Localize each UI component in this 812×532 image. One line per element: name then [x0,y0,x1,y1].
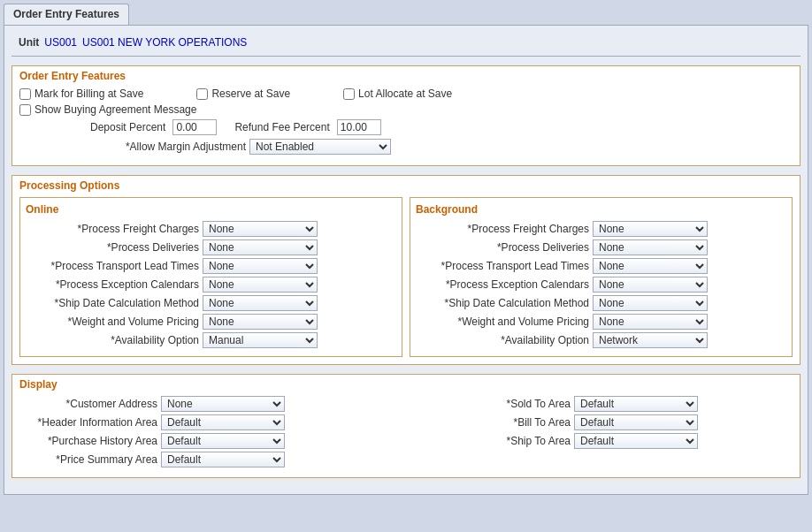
proc-bg-select-6[interactable]: ManualNetworkAutomatic [593,332,708,348]
order-entry-section: Order Entry Features Mark for Billing at… [11,65,801,166]
deposit-input[interactable]: 0.00 [172,119,217,135]
proc-online-row-0: *Process Freight Charges None [26,221,396,237]
proc-bg-select-0[interactable]: None [593,221,708,237]
unit-label: Unit [19,36,39,49]
refund-field: Refund Fee Percent 10.00 [234,119,380,135]
proc-online-select-1[interactable]: None [203,239,318,255]
proc-bg-row-5: *Weight and Volume Pricing None [416,314,786,330]
display-title: Display [19,378,793,391]
proc-bg-row-4: *Ship Date Calculation Method None [416,295,786,311]
online-title: Online [26,203,396,216]
proc-bg-label-0: *Process Freight Charges [416,223,593,235]
processing-two-col: Online *Process Freight Charges None *Pr… [19,197,793,357]
disp-right-label-2: *Ship To Area [433,435,574,447]
main-container: Unit US001 US001 NEW YORK OPERATIONS Ord… [4,25,808,495]
order-entry-title: Order Entry Features [19,70,793,82]
proc-bg-select-2[interactable]: None [593,258,708,274]
proc-bg-select-3[interactable]: None [593,277,708,293]
processing-section: Processing Options Online *Process Freig… [11,175,801,365]
proc-online-row-6: *Availability Option ManualNetworkAutoma… [26,332,396,348]
reserve-save-item: Reserve at Save [196,87,290,100]
proc-online-label-3: *Process Exception Calendars [26,278,203,291]
proc-bg-label-2: *Process Transport Lead Times [416,260,593,272]
refund-label: Refund Fee Percent [234,121,333,133]
disp-left-select-0[interactable]: NoneDefault [161,396,285,412]
disp-left-select-2[interactable]: NoneDefaultExpandedCollapsed [161,433,285,449]
disp-right-select-1[interactable]: NoneDefaultExpandedCollapsed [574,414,698,430]
processing-title: Processing Options [19,179,793,192]
disp-right-select-2[interactable]: NoneDefaultExpandedCollapsed [574,433,698,449]
disp-left-row-0: *Customer Address NoneDefault [19,396,379,412]
proc-online-label-1: *Process Deliveries [26,241,203,254]
disp-left-row-2: *Purchase History Area NoneDefaultExpand… [19,433,379,449]
proc-online-select-2[interactable]: None [203,258,318,274]
display-right-col: *Sold To Area NoneDefaultExpandedCollaps… [433,396,793,470]
display-two-col: *Customer Address NoneDefault *Header In… [19,396,793,470]
disp-right-label-1: *Bill To Area [433,416,574,429]
disp-left-label-3: *Price Summary Area [19,453,161,466]
display-left-col: *Customer Address NoneDefault *Header In… [19,396,379,470]
proc-online-label-0: *Process Freight Charges [26,223,203,235]
refund-input[interactable]: 10.00 [337,119,381,135]
proc-bg-row-0: *Process Freight Charges None [416,221,786,237]
mark-billing-item: Mark for Billing at Save [19,87,143,100]
margin-label: *Allow Margin Adjustment [90,141,249,153]
mark-billing-label: Mark for Billing at Save [34,87,143,100]
reserve-save-label: Reserve at Save [211,87,290,100]
lot-allocate-label: Lot Allocate at Save [358,87,452,100]
disp-right-label-0: *Sold To Area [433,398,574,410]
show-buying-label: Show Buying Agreement Message [34,103,196,116]
reserve-save-checkbox[interactable] [196,88,208,100]
proc-online-label-4: *Ship Date Calculation Method [26,297,203,309]
proc-bg-row-1: *Process Deliveries None [416,239,786,255]
lot-allocate-item: Lot Allocate at Save [343,87,452,100]
margin-row: *Allow Margin Adjustment Not Enabled Ena… [19,139,793,155]
show-buying-checkbox[interactable] [19,104,31,116]
disp-right-row-1: *Bill To Area NoneDefaultExpandedCollaps… [433,414,793,430]
proc-online-select-4[interactable]: None [203,295,318,311]
disp-left-select-3[interactable]: NoneDefaultExpandedCollapsed [161,452,285,467]
proc-online-select-3[interactable]: None [203,277,318,293]
deposit-field: Deposit Percent 0.00 [90,119,217,135]
proc-online-select-0[interactable]: None [203,221,318,237]
online-col: Online *Process Freight Charges None *Pr… [19,197,402,357]
disp-right-row-2: *Ship To Area NoneDefaultExpandedCollaps… [433,433,793,449]
proc-online-row-3: *Process Exception Calendars None [26,277,396,293]
proc-bg-label-6: *Availability Option [416,334,593,346]
unit-code: US001 [44,36,77,49]
disp-left-label-2: *Purchase History Area [19,435,161,447]
deposit-refund-row: Deposit Percent 0.00 Refund Fee Percent … [19,119,793,135]
unit-name: US001 NEW YORK OPERATIONS [82,36,247,49]
proc-bg-select-1[interactable]: None [593,239,708,255]
proc-bg-label-1: *Process Deliveries [416,241,593,254]
proc-bg-row-2: *Process Transport Lead Times None [416,258,786,274]
proc-bg-label-4: *Ship Date Calculation Method [416,297,593,309]
tab-order-entry-features[interactable]: Order Entry Features [4,4,129,25]
proc-online-label-6: *Availability Option [26,334,203,346]
disp-left-label-1: *Header Information Area [19,416,161,429]
proc-online-row-1: *Process Deliveries None [26,239,396,255]
background-title: Background [416,203,786,216]
background-col: Background *Process Freight Charges None… [410,197,793,357]
proc-bg-select-5[interactable]: None [593,314,708,330]
proc-bg-label-5: *Weight and Volume Pricing [416,315,593,328]
proc-bg-row-6: *Availability Option ManualNetworkAutoma… [416,332,786,348]
deposit-label: Deposit Percent [90,121,169,133]
checkboxes-line1: Mark for Billing at Save Reserve at Save… [19,87,793,100]
proc-bg-select-4[interactable]: None [593,295,708,311]
proc-bg-row-3: *Process Exception Calendars None [416,277,786,293]
mark-billing-checkbox[interactable] [19,88,31,100]
proc-online-row-2: *Process Transport Lead Times None [26,258,396,274]
disp-left-row-1: *Header Information Area NoneDefaultExpa… [19,414,379,430]
proc-online-select-5[interactable]: None [203,314,318,330]
margin-select[interactable]: Not Enabled Enabled Forced [249,139,391,155]
proc-online-select-6[interactable]: ManualNetworkAutomatic [203,332,318,348]
checkbox-row-2: Show Buying Agreement Message [19,103,793,116]
lot-allocate-checkbox[interactable] [343,88,355,100]
proc-online-label-2: *Process Transport Lead Times [26,260,203,272]
display-section: Display *Customer Address NoneDefault *H… [11,374,801,478]
disp-right-select-0[interactable]: NoneDefaultExpandedCollapsed [574,396,698,412]
disp-left-select-1[interactable]: NoneDefaultExpandedCollapsed [161,414,285,430]
disp-left-row-3: *Price Summary Area NoneDefaultExpandedC… [19,452,379,467]
disp-right-row-0: *Sold To Area NoneDefaultExpandedCollaps… [433,396,793,412]
